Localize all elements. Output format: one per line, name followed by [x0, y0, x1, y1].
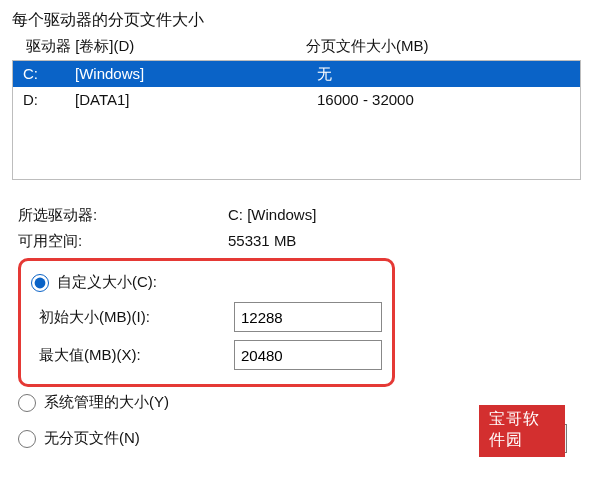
drive-letter: C: [23, 63, 75, 85]
drive-letter: D: [23, 89, 75, 111]
drive-label: [DATA1] [75, 89, 317, 111]
radio-custom-size[interactable] [31, 274, 49, 292]
watermark-badge: 宝哥软件园 [479, 405, 565, 457]
max-size-input[interactable] [234, 340, 382, 370]
selected-drive-value: C: [Windows] [228, 202, 316, 228]
drive-size: 无 [317, 63, 576, 85]
radio-none-label: 无分页文件(N) [44, 429, 140, 448]
selected-drive-label: 所选驱动器: [18, 202, 228, 228]
header-drive: 驱动器 [卷标](D) [26, 37, 306, 56]
drive-row-d[interactable]: D: [DATA1] 16000 - 32000 [13, 87, 580, 113]
initial-size-label: 初始大小(MB)(I): [39, 308, 220, 327]
drive-size: 16000 - 32000 [317, 89, 576, 111]
drive-list[interactable]: C: [Windows] 无 D: [DATA1] 16000 - 32000 [12, 60, 581, 180]
custom-size-highlight: 自定义大小(C): 初始大小(MB)(I): 最大值(MB)(X): [18, 258, 395, 387]
radio-system-managed[interactable] [18, 394, 36, 412]
drive-label: [Windows] [75, 63, 317, 85]
header-size: 分页文件大小(MB) [306, 37, 577, 56]
radio-system-label: 系统管理的大小(Y) [44, 393, 169, 412]
initial-size-input[interactable] [234, 302, 382, 332]
drive-list-header: 驱动器 [卷标](D) 分页文件大小(MB) [12, 37, 581, 60]
section-caption: 每个驱动器的分页文件大小 [12, 10, 581, 31]
radio-custom-label: 自定义大小(C): [57, 273, 157, 292]
free-space-label: 可用空间: [18, 228, 228, 254]
radio-no-pagefile[interactable] [18, 430, 36, 448]
max-size-label: 最大值(MB)(X): [39, 346, 220, 365]
drive-row-c[interactable]: C: [Windows] 无 [13, 61, 580, 87]
free-space-value: 55331 MB [228, 228, 296, 254]
